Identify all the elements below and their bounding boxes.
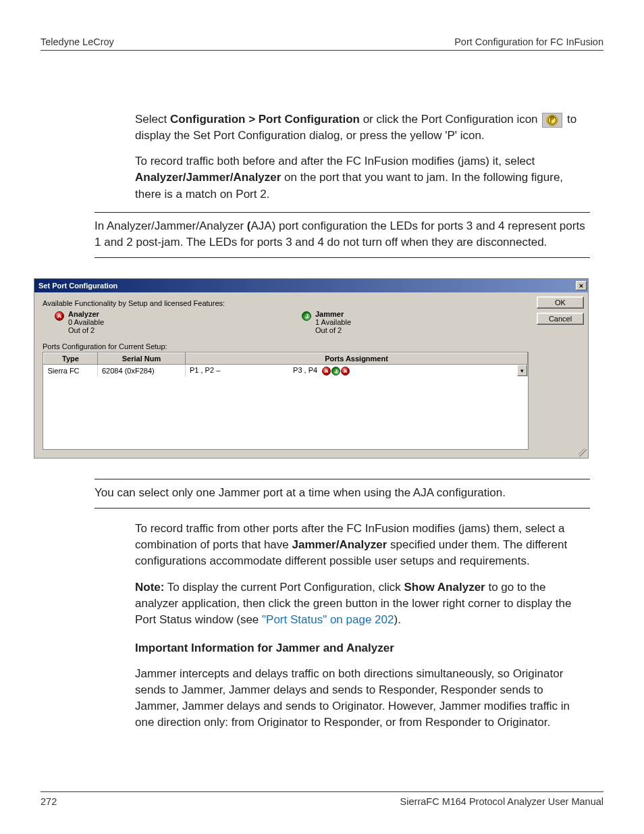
col-ports: Ports Assignment [186,353,528,365]
dialog-title: Set Port Configuration [38,282,117,290]
ports-table: Type Serial Num Ports Assignment Sierra … [43,352,529,450]
cancel-button[interactable]: Cancel [537,313,584,325]
cell-type: Sierra FC [44,365,98,377]
header-right: Port Configuration for FC InFusion [454,36,603,47]
close-icon[interactable]: × [576,281,587,290]
ports-config-label: Ports Configuration for Current Setup: [38,340,533,352]
paragraph-1: Select Configuration > Port Configuratio… [135,111,590,144]
table-row: Sierra FC 62084 (0xF284) P1 , P2 – P3 , … [44,365,528,377]
doc-title: SierraFC M164 Protocol Analyzer User Man… [400,796,603,807]
paragraph-3: To record traffic from other ports after… [135,521,590,569]
analyzer-availability: A Analyzer 0 Available Out of 2 [38,309,286,340]
analyzer-badge-icon: A [322,367,331,375]
subheading: Important Information for Jammer and Ana… [135,640,590,656]
cell-serial: 62084 (0xF284) [98,365,186,377]
col-type: Type [44,353,98,365]
jammer-availability: J Jammer 1 Available Out of 2 [286,309,533,340]
paragraph-5: Jammer intercepts and delays traffic on … [135,666,590,731]
dropdown-arrow-icon[interactable] [517,365,527,376]
page-header: Teledyne LeCroy Port Configuration for F… [41,36,603,51]
body-content: Select Configuration > Port Configuratio… [135,111,590,258]
col-serial: Serial Num [98,353,186,365]
page-footer: 272 SierraFC M164 Protocol Analyzer User… [41,791,603,807]
jammer-badge-icon: J [302,311,311,321]
header-left: Teledyne LeCroy [41,36,114,47]
set-port-configuration-dialog: Set Port Configuration × Available Funct… [34,278,589,459]
port-config-icon [542,113,562,128]
jammer-badge-icon: J [331,367,340,375]
resize-grip-icon[interactable] [579,448,587,457]
aja-badges: A J A [322,367,350,375]
analyzer-badge-icon: A [341,367,350,375]
paragraph-2: To record traffic both before and after … [135,153,590,202]
dialog-titlebar: Set Port Configuration × [34,279,588,292]
body-content-2: You can select only one Jammer port at a… [135,479,590,731]
page-number: 272 [41,796,57,807]
paragraph-4: Note: To display the current Port Config… [135,579,590,628]
analyzer-badge-icon: A [55,311,64,321]
note-box-1: In Analyzer/Jammer/Analyzer (AJA) port c… [95,212,590,258]
port-status-link[interactable]: "Port Status" on page 202 [262,613,394,626]
ok-button[interactable]: OK [537,296,584,309]
cell-ports-assignment[interactable]: P1 , P2 – P3 , P4 A J A [186,365,528,377]
note-box-2: You can select only one Jammer port at a… [95,479,590,509]
available-functionality-label: Available Functionality by Setup and lic… [38,296,533,309]
